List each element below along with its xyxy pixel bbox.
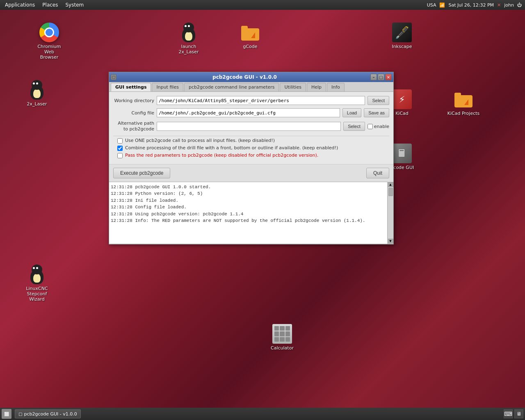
username: john [504,2,514,8]
divider [113,136,389,136]
kicad-label: KiCad [395,111,409,116]
window-icon-btn[interactable]: □ [111,74,116,80]
gcode-folder-icon [240,23,260,42]
enable-label: enable [368,124,389,129]
inkscape-label: Inkscape [392,44,412,49]
window-titlebar: □ pcb2gcode GUI - v1.0.0 – □ ✕ [109,72,393,82]
scrollbar[interactable]: ▲ ▼ [387,182,393,244]
chromium-label: Chromium WebBrowser [33,44,66,60]
working-directory-input[interactable] [157,96,365,105]
execute-btn[interactable]: Execute pcb2gcode [113,168,170,178]
tab-command-line[interactable]: pcb2gcode command line parameters [184,83,279,91]
tab-help[interactable]: Help [307,83,326,91]
alt-path-row: Alternative pathto pcb2gcode Select enab… [113,121,389,132]
window-title: pcb2gcode GUI - v1.0.0 [119,74,370,80]
scroll-down-btn[interactable]: ▼ [388,239,393,244]
gcode-folder-label: gCode [243,44,257,49]
linuxcnc-icon [27,265,47,284]
chromium-icon [39,23,59,42]
desktop-icon-inkscape[interactable]: 🖋️ Inkscape [386,23,418,49]
scroll-track [388,187,393,239]
tab-gui-settings[interactable]: GUI settings [111,83,151,91]
log-line-3: 12:31:28 Config file loaded. [111,204,386,211]
tab-utilities[interactable]: Utilities [280,83,306,91]
log-wrapper: 12:31:28 pcb2gcode GUI 1.0.0 started. 12… [109,182,393,244]
alt-path-label: Alternative pathto pcb2gcode [113,121,154,132]
linuxcnc-label: LinuxCNC StepconfWizard [21,286,53,302]
desktop-icon-calculator[interactable]: Calculator [266,324,299,351]
calculator-label: Calculator [271,345,294,351]
log-area: 12:31:28 pcb2gcode GUI 1.0.0 started. 12… [109,182,387,243]
tux-laser-icon [179,23,199,42]
gcode-gui-icon: 🖩 [392,144,412,163]
taskbar-window-btn[interactable]: □ pcb2gcode GUI - v1.0.0 [15,409,81,418]
quit-btn[interactable]: Quit [366,168,389,178]
action-row: Execute pcb2gcode Quit [109,164,393,182]
checkbox3-label: Pass the red parameters to pcb2gcode (ke… [125,153,318,158]
desktop-icon-linuxcnc[interactable]: LinuxCNC StepconfWizard [21,265,53,302]
top-taskbar: Applications Places System USA 📶 Sat Jul… [0,0,525,10]
alt-path-input[interactable] [157,122,341,131]
2xlaser-label: 2x_Laser [27,101,47,107]
desktop-icon-small: ⬜ [4,412,9,416]
form-area: Working directory Select Config file Loa… [109,92,393,164]
2xlaser-icon [27,80,47,100]
maximize-button[interactable]: □ [378,74,384,80]
taskbar-window-label: pcb2gcode GUI - v1.0.0 [24,411,77,417]
alt-path-select-btn[interactable]: Select [343,122,365,131]
power-icon[interactable]: ⏻ [517,2,522,8]
taskbar-window-icon: □ [18,412,22,416]
minimize-button[interactable]: – [370,74,377,80]
working-directory-label: Working directory [113,98,154,103]
close-button[interactable]: ✕ [385,74,392,80]
enable-checkbox[interactable] [368,124,373,129]
checkbox2[interactable] [117,146,123,151]
log-line-0: 12:31:28 pcb2gcode GUI 1.0.0 started. [111,184,386,191]
working-directory-select-btn[interactable]: Select [368,96,389,105]
desktop-icon-gcode-folder[interactable]: gCode [234,23,267,49]
config-file-label: Config file [113,110,154,116]
checkbox3[interactable] [117,153,123,158]
network-label: USA [427,2,436,8]
checkbox2-row: Combine processing of the drill file wit… [113,145,389,151]
keyboard-icon[interactable]: ⌨ [504,409,513,418]
calculator-icon [272,324,292,344]
desktop-icon-launch-laser[interactable]: launch 2x_Laser [172,23,205,55]
save-as-btn[interactable]: Save as [364,108,389,117]
tab-input-files[interactable]: Input files [152,83,183,91]
system-menu[interactable]: System [62,1,87,9]
scroll-thumb[interactable] [388,188,393,196]
system-tray: USA 📶 Sat Jul 26, 12:32 PM ✕ john ⏻ [427,2,525,8]
show-desktop-btn[interactable]: ⬜ [2,409,11,419]
window-controls: – □ ✕ [370,74,392,80]
log-line-2: 12:31:28 Ini file loaded. [111,197,386,204]
log-line-4: 12:31:28 Using pcb2gcode version: pcb2gc… [111,211,386,218]
checkbox3-row: Pass the red parameters to pcb2gcode (ke… [113,153,389,158]
config-file-row: Config file Load Save as [113,108,389,117]
places-menu[interactable]: Places [39,1,61,9]
desktop-icon-chromium[interactable]: Chromium WebBrowser [33,23,66,60]
app-window: □ pcb2gcode GUI - v1.0.0 – □ ✕ GUI setti… [109,72,394,244]
screen-icon[interactable]: 🖥 [514,409,523,418]
top-menu: Applications Places System [0,1,87,9]
checkbox1-label: Use ONE pcb2gcode call to process all in… [125,138,275,143]
tab-bar: GUI settings Input files pcb2gcode comma… [109,82,393,92]
close-icon: ✕ [497,2,501,8]
bottom-taskbar: ⬜ □ pcb2gcode GUI - v1.0.0 ⌨ 🖥 [0,408,525,420]
kicad-icon: ⚡ [392,89,412,109]
config-file-input[interactable] [157,108,340,117]
desktop-icon-kicad-projects[interactable]: KiCad Projects [447,89,480,116]
working-directory-row: Working directory Select [113,96,389,105]
load-btn[interactable]: Load [342,108,361,117]
kicad-projects-icon [454,89,473,109]
applications-menu[interactable]: Applications [2,1,38,9]
kicad-projects-label: KiCad Projects [447,111,480,116]
log-line-1: 12:31:28 Python version: (2, 6, 5) [111,190,386,197]
checkbox1-row: Use ONE pcb2gcode call to process all in… [113,138,389,144]
scroll-up-btn[interactable]: ▲ [388,182,393,187]
checkbox1[interactable] [117,138,123,144]
clock: Sat Jul 26, 12:32 PM [448,2,494,8]
launch-laser-label: launch 2x_Laser [172,44,205,55]
tab-info[interactable]: Info [327,83,345,91]
desktop-icon-2xlaser[interactable]: 2x_Laser [21,80,53,107]
